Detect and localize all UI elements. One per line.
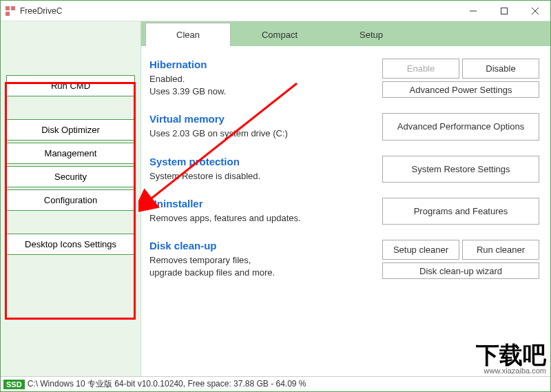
section-title: Virtual memory xyxy=(149,113,375,125)
enable-button[interactable]: Enable xyxy=(382,59,459,79)
section-title: Hibernation xyxy=(149,59,375,70)
section-virtual-memory: Virtual memory Uses 2.03 GB on system dr… xyxy=(149,113,539,140)
section-title: System protection xyxy=(149,156,375,167)
close-button[interactable] xyxy=(519,1,550,21)
app-title: FreeDriveC xyxy=(20,6,457,16)
svg-rect-1 xyxy=(11,6,15,10)
minimize-button[interactable] xyxy=(457,1,488,21)
disk-cleanup-wizard-button[interactable]: Disk clean-up wizard xyxy=(382,262,539,279)
section-desc-line: Removes temporary files, xyxy=(149,254,375,267)
section-system-protection: System protection System Restore is disa… xyxy=(149,156,539,183)
statusbar: SSD C:\ Windows 10 专业版 64-bit v10.0.1024… xyxy=(1,376,550,391)
advanced-performance-options-button[interactable]: Advanced Performance Options xyxy=(382,113,539,140)
section-desc-line: Enabled. xyxy=(149,73,375,85)
section-title: Uninstaller xyxy=(149,198,375,209)
titlebar: FreeDriveC xyxy=(1,1,550,21)
section-desc-line: Uses 3.39 GB now. xyxy=(149,85,375,98)
system-restore-settings-button[interactable]: System Restore Settings xyxy=(382,156,539,183)
sidebar-item-run-cmd[interactable]: Run CMD xyxy=(6,75,135,96)
section-uninstaller: Uninstaller Removes apps, features and u… xyxy=(149,198,539,225)
sidebar-item-management[interactable]: Management xyxy=(6,143,135,164)
section-disk-cleanup: Disk clean-up Removes temporary files, u… xyxy=(149,240,539,279)
disable-button[interactable]: Disable xyxy=(462,59,539,79)
sidebar-item-configuration[interactable]: Configuration xyxy=(6,189,135,211)
section-hibernation: Hibernation Enabled. Uses 3.39 GB now. E… xyxy=(149,59,539,98)
setup-cleaner-button[interactable]: Setup cleaner xyxy=(382,240,459,260)
section-desc: System Restore is disabled. xyxy=(149,170,375,183)
window-controls xyxy=(457,1,550,21)
sidebar-item-security[interactable]: Security xyxy=(6,166,135,187)
tab-content: Hibernation Enabled. Uses 3.39 GB now. E… xyxy=(141,46,550,376)
section-title: Disk clean-up xyxy=(149,240,375,251)
run-cleaner-button[interactable]: Run cleaner xyxy=(462,240,539,260)
tab-compact[interactable]: Compact xyxy=(231,23,329,46)
tabs: Clean Compact Setup xyxy=(141,21,550,46)
section-desc-line: upgrade backup files and more. xyxy=(149,267,375,279)
status-text: C:\ Windows 10 专业版 64-bit v10.0.10240, F… xyxy=(28,378,306,390)
advanced-power-settings-button[interactable]: Advanced Power Settings xyxy=(382,81,539,98)
tab-setup[interactable]: Setup xyxy=(329,23,414,46)
section-desc: Uses 2.03 GB on system drive (C:) xyxy=(149,127,375,140)
app-window: FreeDriveC Run CMD Disk Optimizer Manage… xyxy=(0,0,551,392)
svg-rect-2 xyxy=(6,12,10,16)
sidebar-item-disk-optimizer[interactable]: Disk Optimizer xyxy=(6,119,135,141)
programs-and-features-button[interactable]: Programs and Features xyxy=(382,198,539,225)
ssd-badge: SSD xyxy=(3,380,25,389)
maximize-button[interactable] xyxy=(488,1,519,21)
tab-clean[interactable]: Clean xyxy=(145,23,231,46)
sidebar-item-desktop-icons[interactable]: Desktop Icons Settings xyxy=(6,234,135,255)
svg-rect-4 xyxy=(501,8,507,14)
section-desc: Removes apps, features and updates. xyxy=(149,212,375,225)
app-icon xyxy=(5,6,16,17)
svg-rect-0 xyxy=(6,6,10,10)
sidebar: Run CMD Disk Optimizer Management Securi… xyxy=(1,21,141,376)
